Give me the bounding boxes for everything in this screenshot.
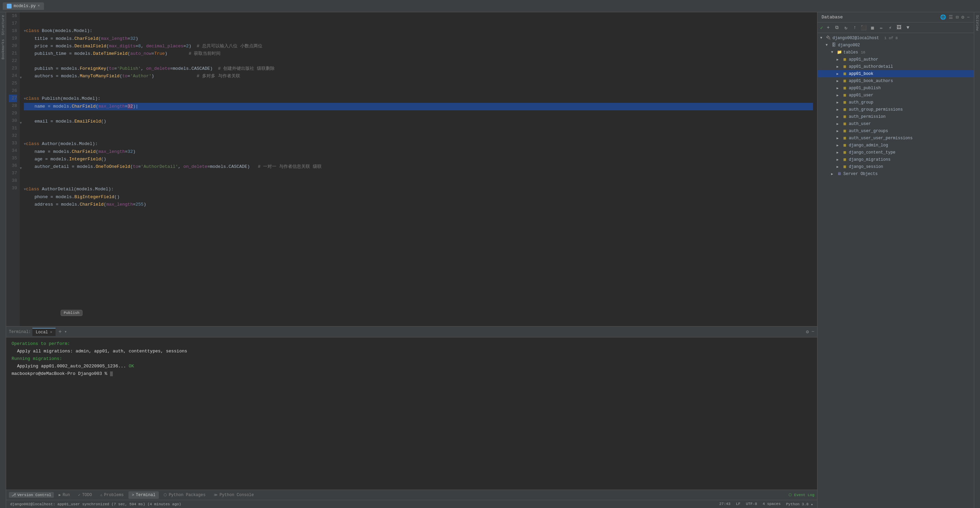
indent-indicator[interactable]: 4 spaces: [763, 502, 781, 506]
python-packages-tab[interactable]: ⬡ Python Packages: [160, 491, 209, 499]
db-collapse-icon[interactable]: ⊟: [956, 14, 959, 20]
connection-label: django002@localhost 1 of 8: [832, 36, 898, 41]
database-header: Database 🌐 ☰ ⊟ ⚙ −: [818, 12, 974, 22]
terminal-minimize-btn[interactable]: −: [812, 329, 815, 335]
tree-table-auth_group_permissions[interactable]: ▶ ▦ auth_group_permissions: [818, 106, 974, 113]
tree-table-auth_permission[interactable]: ▶ ▦ auth_permission: [818, 113, 974, 120]
expand-icon: ▶: [837, 72, 841, 76]
tree-connection[interactable]: ▼ 🔌 django002@localhost 1 of 8: [818, 34, 974, 41]
db-filter-btn[interactable]: ▼: [904, 24, 912, 31]
todo-tab[interactable]: ✓ TODO: [75, 491, 95, 499]
tree-table-app01_user[interactable]: ▶ ▦ app01_user: [818, 92, 974, 99]
tab-close-btn[interactable]: ×: [38, 4, 40, 8]
db-close-icon[interactable]: −: [967, 15, 970, 20]
db-toolbar: + ⧉ ↻ ↑ ⬛ ▦ ✏ ⚡ 🖼 ▼: [824, 24, 971, 31]
sidebar-item-bookmarks[interactable]: Bookmarks: [1, 39, 5, 59]
tree-table-app01_publish[interactable]: ▶ ▦ app01_publish: [818, 84, 974, 92]
tree-table-django_content_type[interactable]: ▶ ▦ django_content_type: [818, 149, 974, 156]
code-editor[interactable]: ▼class Book(models.Model): title = model…: [20, 12, 817, 326]
database-tree[interactable]: ▼ 🔌 django002@localhost 1 of 8 ▼ 🗄 djang…: [818, 33, 974, 508]
table-icon: ▦: [842, 71, 848, 76]
terminal-tab-local[interactable]: Local ×: [32, 328, 56, 336]
table-icon: ▦: [842, 164, 848, 169]
terminal-settings-btn[interactable]: ⚙: [806, 329, 808, 335]
terminal-apply-line: Apply all migrations: admin, app01, auth…: [11, 348, 812, 355]
tree-server-objects[interactable]: ▶ 🖥 Server Objects: [818, 170, 974, 178]
terminal-content[interactable]: Operations to perform: Apply all migrati…: [6, 337, 817, 490]
tables-folder-icon: 📁: [837, 50, 842, 55]
event-log-badge[interactable]: ⬡ Event Log: [789, 493, 815, 497]
tree-table-app01_book_authors[interactable]: ▶ ▦ app01_book_authors: [818, 77, 974, 84]
db-link-btn[interactable]: ⚡: [886, 24, 894, 31]
local-close-btn[interactable]: ×: [50, 330, 52, 334]
version-control-tab[interactable]: ⎇ Version Control: [9, 492, 54, 498]
db-list-icon[interactable]: ☰: [949, 14, 953, 20]
terminal-applying-line: Applying app01.0002_auto_20220905_1236..…: [11, 363, 812, 370]
sidebar-item-structure[interactable]: Structure: [1, 15, 5, 35]
scview-tab[interactable]: SciView: [975, 15, 979, 31]
code-container[interactable]: 16 17 18 19 20 21 22 23 24 25 26 27 28 2…: [6, 12, 817, 326]
database-title: Database: [822, 15, 843, 20]
db-edit-btn[interactable]: ✏: [877, 24, 885, 31]
problems-tab[interactable]: ⚠ Problems: [97, 491, 127, 499]
python-packages-icon: ⬡: [164, 493, 167, 497]
db-table-icon-btn[interactable]: ▦: [869, 24, 876, 31]
table-icon: ▦: [842, 114, 848, 119]
tree-db-django002[interactable]: ▼ 🗄 django002: [818, 41, 974, 49]
db-icon: 🗄: [831, 43, 837, 48]
charset-indicator[interactable]: UTF-8: [746, 502, 757, 506]
tree-table-auth_user_groups[interactable]: ▶ ▦ auth_user_groups: [818, 127, 974, 135]
db-copy-btn[interactable]: ⧉: [833, 24, 841, 31]
terminal-tab-arrow[interactable]: ▾: [64, 329, 67, 334]
editor-area: 16 17 18 19 20 21 22 23 24 25 26 27 28 2…: [6, 12, 817, 326]
todo-icon: ✓: [78, 493, 80, 497]
tree-table-django_admin_log[interactable]: ▶ ▦ django_admin_log: [818, 142, 974, 149]
python-console-icon: ≫: [214, 493, 218, 497]
python-console-tab[interactable]: ≫ Python Console: [210, 491, 257, 499]
status-message: django002@localhost: app01_user synchron…: [10, 502, 181, 506]
table-icon: ▦: [842, 157, 848, 162]
run-tab[interactable]: ▶ Run: [55, 491, 73, 499]
line-numbers: 16 17 18 19 20 21 22 23 24 25 26 27 28 2…: [6, 12, 20, 326]
terminal-tabs: Terminal: Local × + ▾ ⚙ −: [6, 327, 817, 337]
main-area: Structure Bookmarks 16 17 18 19 20 21 22…: [0, 12, 980, 508]
python-indicator[interactable]: Python 3.8 ▴: [786, 502, 813, 506]
expand-icon: ▶: [837, 100, 841, 105]
event-log-icon: ⬡: [789, 493, 792, 497]
run-icon: ▶: [59, 493, 61, 497]
db-up-btn[interactable]: ↑: [851, 24, 858, 31]
tree-table-auth_group[interactable]: ▶ ▦ auth_group: [818, 99, 974, 106]
db-globe-icon[interactable]: 🌐: [940, 14, 946, 20]
expand-icon: ▶: [837, 108, 841, 112]
expand-icon: ▶: [837, 57, 841, 62]
db-settings-icon[interactable]: ⚙: [961, 14, 964, 20]
tree-table-auth_user[interactable]: ▶ ▦ auth_user: [818, 120, 974, 127]
tree-tables-folder[interactable]: ▼ 📁 tables 16: [818, 49, 974, 56]
server-objects-expand-icon: ▶: [831, 172, 835, 176]
expand-icon: ▶: [837, 115, 841, 119]
tree-table-django_session[interactable]: ▶ ▦ django_session: [818, 163, 974, 170]
encoding-indicator[interactable]: LF: [736, 502, 740, 506]
db-refresh-btn[interactable]: ↻: [842, 24, 850, 31]
server-icon: 🖥: [837, 171, 842, 176]
table-icon: ▦: [842, 64, 848, 69]
tree-table-auth_user_user_permissions[interactable]: ▶ ▦ auth_user_user_permissions: [818, 135, 974, 142]
db-image-btn[interactable]: 🖼: [895, 24, 903, 31]
terminal-tab-bottom[interactable]: > Terminal: [129, 491, 159, 499]
top-tab-bar: models.py ×: [0, 0, 980, 12]
expand-icon: ▶: [837, 129, 841, 133]
tree-table-app01_author[interactable]: ▶ ▦ app01_author: [818, 56, 974, 63]
line-col-indicator[interactable]: 27:43: [719, 502, 730, 506]
tree-table-app01_book[interactable]: ▶ ▦ app01_book: [818, 70, 974, 77]
db-delete-btn[interactable]: ⬛: [860, 24, 867, 31]
expand-icon: ▶: [837, 122, 841, 126]
add-terminal-btn[interactable]: +: [57, 329, 63, 335]
expand-icon: ▶: [837, 136, 841, 140]
tree-table-app01_authordetail[interactable]: ▶ ▦ app01_authordetail: [818, 63, 974, 70]
expand-icon: ▶: [837, 158, 841, 162]
table-icon: ▦: [842, 57, 848, 62]
table-icon: ▦: [842, 121, 848, 126]
db-add-btn[interactable]: +: [824, 24, 832, 31]
tree-table-django_migrations[interactable]: ▶ ▦ django_migrations: [818, 156, 974, 163]
file-tab[interactable]: models.py ×: [3, 2, 44, 10]
